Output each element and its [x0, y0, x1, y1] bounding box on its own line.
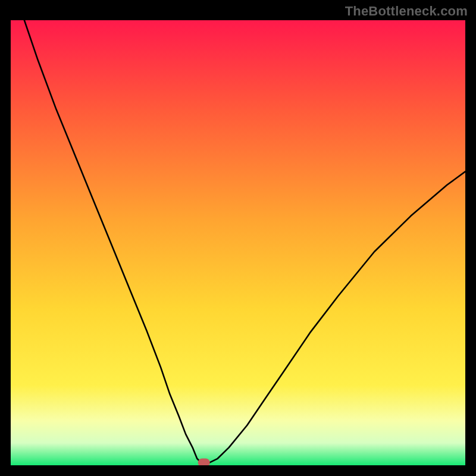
chart-container: TheBottleneck.com — [0, 0, 476, 476]
watermark-text: TheBottleneck.com — [345, 4, 468, 19]
chart-svg — [11, 20, 465, 465]
plot-area — [11, 20, 465, 465]
optimal-marker — [198, 459, 210, 466]
gradient-background — [11, 20, 465, 465]
